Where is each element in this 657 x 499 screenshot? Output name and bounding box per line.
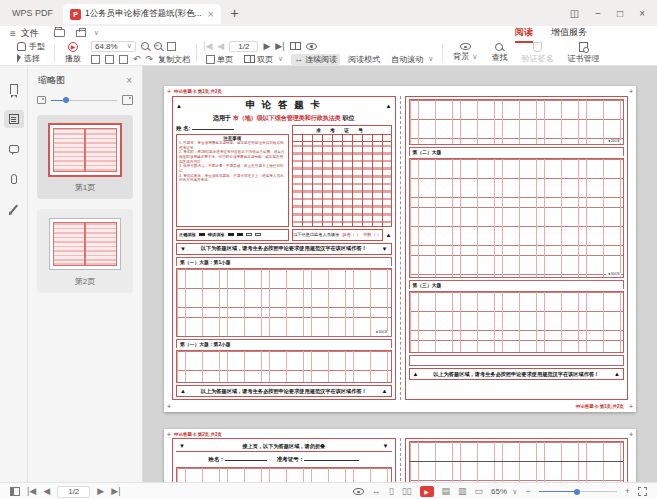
minimize-button[interactable]: − [595, 8, 601, 19]
zoom-out-button[interactable]: − [525, 487, 530, 496]
writing-grid [176, 350, 392, 383]
answer-area-end-banner: ▲ 以上为答题区域，请考生务必按照申论要求使用规范汉字在该区域作答！ ▲ [409, 368, 625, 380]
first-page-icon[interactable]: |◀ [27, 487, 36, 496]
menu-bar: ≡ 文件 ∨ 阅读 增值服务 [0, 26, 657, 40]
chevron-down-icon[interactable]: ∨ [94, 29, 99, 37]
ribbon-tabs: 阅读 增值服务 [515, 24, 647, 43]
two-page-icon [244, 55, 255, 63]
undo-icon[interactable]: ↶ [133, 55, 141, 64]
background-button[interactable]: 背景∨ [449, 43, 481, 62]
window-controls: ◫ − □ × [570, 8, 649, 19]
word-count-marker: ◄100字 [374, 331, 389, 335]
zoom-slider[interactable] [539, 491, 617, 492]
redo-icon[interactable]: ↷ [146, 55, 154, 64]
single-page-icon[interactable]: ▯ [389, 487, 394, 496]
writing-grid: ◄200字 [409, 99, 625, 145]
page-number-input[interactable]: 1/2 [229, 41, 258, 52]
two-page-button[interactable]: 双页 ∨ [241, 54, 286, 65]
search-icon [495, 43, 503, 51]
attachments-panel-button[interactable] [4, 170, 24, 188]
copy-document-button[interactable]: 复制文档 [158, 54, 190, 65]
tab-close-icon[interactable]: × [208, 9, 214, 20]
zoom-in-icon[interactable]: + [154, 42, 162, 50]
slider-handle[interactable] [63, 97, 69, 103]
fullscreen-icon[interactable] [638, 487, 647, 496]
fit-page-icon[interactable]: ▤ [442, 487, 451, 496]
last-page-icon[interactable]: ▶| [111, 487, 120, 496]
fit-width-icon[interactable] [105, 55, 114, 64]
zoom-level-dropdown[interactable]: 64.8% ∨ [91, 41, 136, 52]
print-icon[interactable] [76, 30, 86, 37]
hamburger-icon[interactable]: ≡ [10, 28, 16, 39]
slider-handle[interactable] [574, 489, 580, 495]
tab-value-added-services[interactable]: 增值服务 [551, 24, 587, 43]
divider [442, 44, 443, 62]
registration-mark: + [167, 403, 171, 410]
tab-read[interactable]: 阅读 [515, 24, 533, 43]
bookmarks-panel-button[interactable] [4, 80, 24, 98]
pin-zoom-icon[interactable] [119, 55, 128, 64]
two-page-icon[interactable]: ▯▯ [402, 487, 412, 496]
invigilator-box: 以下信息由监考人员填涂 缺考（ ） 作弊（ ） [292, 229, 383, 241]
registration-mark: + [629, 403, 633, 410]
pdf-file-icon: P [70, 9, 81, 20]
chevron-down-icon: ∨ [127, 42, 132, 50]
thumbnail-page-1[interactable]: 第1页 [37, 115, 133, 199]
open-file-icon[interactable] [54, 29, 65, 37]
certificate-manage-button[interactable]: 证书管理 [563, 42, 603, 64]
panel-close-icon[interactable]: × [126, 75, 132, 86]
fit-page-icon[interactable] [91, 55, 100, 64]
continue-banner: ▼ 接上页，以下为答题区域，请勿折叠 ▼ [176, 441, 392, 452]
next-page-icon[interactable]: ▶ [97, 487, 104, 496]
certificate-icon [579, 42, 588, 52]
next-page-icon[interactable]: ▶ [263, 42, 270, 51]
zoom-in-button[interactable]: + [625, 487, 630, 496]
comments-panel-button[interactable] [4, 140, 24, 158]
thumbnails-panel-button[interactable] [4, 110, 24, 128]
continuous-read-button[interactable]: ↔ 连续阅读 [291, 54, 340, 65]
bookmark-icon [10, 84, 18, 94]
new-tab-button[interactable]: + [231, 5, 239, 21]
extract-page-icon[interactable] [167, 42, 176, 51]
single-page-button[interactable]: 单页 [203, 54, 236, 65]
small-image-icon[interactable] [37, 96, 46, 104]
toggle-panel-icon[interactable] [10, 487, 20, 496]
auto-scroll-button[interactable]: 自动滚动 ∨ [388, 54, 436, 65]
play-button[interactable]: ▶ 播放 [61, 42, 85, 64]
select-tool-button[interactable]: 选择 [14, 53, 48, 64]
thumbnail-page-2[interactable]: 第2页 [37, 209, 133, 293]
maximize-button[interactable]: □ [617, 8, 623, 19]
triangle-up-icon: ▲ [386, 229, 392, 241]
hand-tool-button[interactable]: 手型 [14, 41, 48, 52]
fit-width-icon[interactable]: ▥ [458, 487, 467, 496]
prev-page-icon[interactable]: ◀ [217, 42, 224, 51]
triangle-down-icon: ▼ [383, 443, 389, 449]
read-mode-button[interactable]: 阅读模式 [345, 54, 383, 65]
hand-icon [17, 42, 26, 51]
large-image-icon[interactable] [122, 95, 133, 105]
file-menu[interactable]: 文件 [21, 27, 39, 40]
first-page-icon[interactable]: |◀ [203, 42, 212, 51]
close-button[interactable]: × [639, 8, 645, 19]
signature-panel-button[interactable] [4, 200, 24, 218]
book-view-icon[interactable] [290, 42, 301, 50]
play-button[interactable]: ▶ [420, 486, 434, 497]
eye-protection-icon[interactable] [306, 43, 317, 50]
wps-pdf-window: WPS PDF P 1公务员申论标准答题纸(彩色... × + ◫ − □ × … [0, 0, 657, 499]
document-viewport[interactable]: + + + + 申论答题卡 第1页,共2页 申论答题卡·第1页,共2页 ▲ 申 … [143, 66, 657, 482]
workspace-icon[interactable]: ◫ [570, 8, 579, 19]
section-header-q3: 第（三）大题 [409, 280, 625, 289]
play-icon: ▶ [68, 42, 78, 52]
eye-protection-icon[interactable] [353, 488, 364, 495]
page-number-input[interactable]: 1/2 [57, 486, 90, 498]
prev-page-icon[interactable]: ◀ [43, 487, 50, 496]
continuous-read-icon[interactable]: ↔ [372, 487, 381, 496]
writing-grid [409, 291, 625, 353]
last-page-icon[interactable]: ▶| [275, 42, 284, 51]
zoom-out-icon[interactable]: - [141, 42, 149, 50]
paperclip-icon [11, 174, 17, 184]
document-tab[interactable]: P 1公务员申论标准答题纸(彩色... × [63, 4, 221, 24]
actual-size-icon[interactable]: ▭ [475, 487, 484, 496]
zoom-level-dropdown[interactable]: 65% ∨ [491, 487, 517, 496]
find-button[interactable]: 查找 [487, 43, 511, 63]
